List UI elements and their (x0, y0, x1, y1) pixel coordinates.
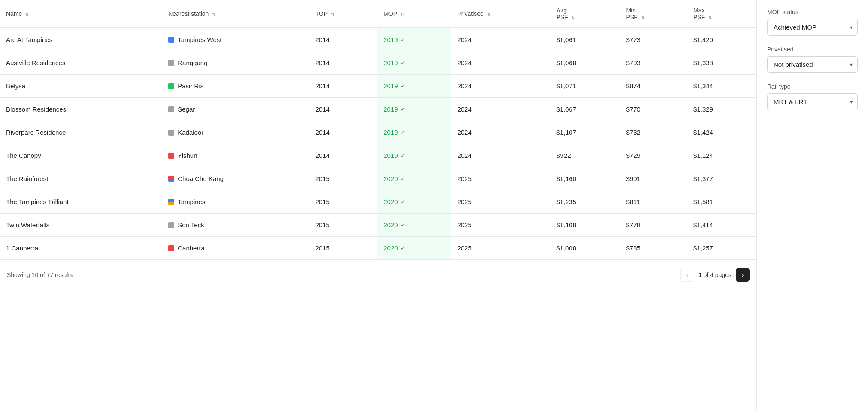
cell-max-psf: $1,581 (687, 190, 756, 214)
col-max-psf[interactable]: Max.PSF ⇅ (687, 0, 756, 28)
station-name: Segar (178, 106, 195, 113)
cell-name: The Rainforest (0, 167, 162, 190)
mop-value: 2020 ✓ (383, 244, 445, 252)
cell-min-psf: $729 (620, 144, 687, 167)
cell-station: Ranggung (162, 51, 309, 75)
cell-name: Austville Residences (0, 51, 162, 75)
cell-top: 2014 (309, 28, 377, 51)
rail-type-select-wrapper: MRT & LRT MRT only LRT only ▾ (767, 93, 858, 110)
sidebar-filters: MOP status Achieved MOP Not achieved ▾ P… (756, 0, 868, 410)
col-top[interactable]: TOP ⇅ (309, 0, 377, 28)
filter-rail-type: Rail type MRT & LRT MRT only LRT only ▾ (767, 83, 858, 110)
mop-value: 2019 ✓ (383, 59, 445, 66)
table-row: Twin WaterfallsSoo Teck20152020 ✓2025$1,… (0, 214, 756, 237)
col-avg-psf[interactable]: AvgPSF ⇅ (550, 0, 620, 28)
sort-top-icon: ⇅ (331, 12, 334, 17)
prev-page-button[interactable]: ‹ (680, 268, 694, 282)
mop-value: 2019 ✓ (383, 129, 445, 136)
mop-value: 2019 ✓ (383, 82, 445, 90)
mop-check-icon: ✓ (401, 152, 405, 159)
cell-top: 2015 (309, 214, 377, 237)
privatised-select[interactable]: Not privatised Privatised (767, 56, 858, 73)
showing-results: Showing 10 of 77 results (7, 271, 73, 278)
filter-mop-status: MOP status Achieved MOP Not achieved ▾ (767, 9, 858, 36)
mop-value: 2020 ✓ (383, 221, 445, 229)
cell-station: Tampines West (162, 28, 309, 51)
cell-station: Segar (162, 98, 309, 121)
sort-station-icon: ⇅ (212, 12, 215, 17)
cell-min-psf: $785 (620, 237, 687, 260)
station-line-dot (168, 106, 174, 112)
station-name: Yishun (178, 152, 197, 159)
cell-station: Choa Chu Kang (162, 167, 309, 190)
cell-privatised: 2024 (451, 51, 550, 75)
mop-value: 2019 ✓ (383, 152, 445, 159)
cell-privatised: 2025 (451, 214, 550, 237)
cell-avg-psf: $1,160 (550, 167, 620, 190)
mop-check-icon: ✓ (401, 36, 405, 43)
table-header-row: Name ⇅ Nearest station ⇅ TOP ⇅ MOP ⇅ Pri… (0, 0, 756, 28)
cell-avg-psf: $1,235 (550, 190, 620, 214)
mop-status-select[interactable]: Achieved MOP Not achieved (767, 19, 858, 36)
cell-avg-psf: $1,008 (550, 237, 620, 260)
mop-check-icon: ✓ (401, 199, 405, 205)
mop-value: 2020 ✓ (383, 198, 445, 205)
of-pages-text: of 4 pages (704, 271, 731, 278)
cell-mop: 2019 ✓ (377, 75, 451, 98)
rail-type-select[interactable]: MRT & LRT MRT only LRT only (767, 93, 858, 110)
cell-name: Belysa (0, 75, 162, 98)
station-line-dot (168, 222, 174, 228)
cell-top: 2014 (309, 75, 377, 98)
cell-mop: 2020 ✓ (377, 214, 451, 237)
col-mop[interactable]: MOP ⇅ (377, 0, 451, 28)
cell-top: 2014 (309, 51, 377, 75)
col-privatised[interactable]: Privatised ⇅ (451, 0, 550, 28)
cell-max-psf: $1,124 (687, 144, 756, 167)
table-row: BelysaPasir Ris20142019 ✓2024$1,071$874$… (0, 75, 756, 98)
sort-avg-psf-icon: ⇅ (571, 15, 575, 20)
cell-min-psf: $778 (620, 214, 687, 237)
cell-top: 2014 (309, 121, 377, 144)
cell-station: Kadaloor (162, 121, 309, 144)
cell-privatised: 2025 (451, 167, 550, 190)
cell-mop: 2020 ✓ (377, 190, 451, 214)
station-line-dot (168, 153, 174, 159)
cell-station: Yishun (162, 144, 309, 167)
col-name[interactable]: Name ⇅ (0, 0, 162, 28)
mop-value: 2019 ✓ (383, 36, 445, 43)
cell-station: Soo Teck (162, 214, 309, 237)
mop-check-icon: ✓ (401, 129, 405, 136)
page-container: Name ⇅ Nearest station ⇅ TOP ⇅ MOP ⇅ Pri… (0, 0, 868, 410)
cell-privatised: 2024 (451, 98, 550, 121)
cell-privatised: 2024 (451, 144, 550, 167)
cell-avg-psf: $1,107 (550, 121, 620, 144)
station-line-dot (168, 83, 174, 89)
table-row: Riverparc ResidenceKadaloor20142019 ✓202… (0, 121, 756, 144)
cell-top: 2015 (309, 237, 377, 260)
next-page-button[interactable]: › (736, 268, 750, 282)
privatised-label: Privatised (767, 46, 858, 53)
cell-name: Riverparc Residence (0, 121, 162, 144)
cell-min-psf: $732 (620, 121, 687, 144)
station-line-dot (168, 176, 174, 182)
privatised-select-wrapper: Not privatised Privatised ▾ (767, 56, 858, 73)
mop-check-icon: ✓ (401, 83, 405, 89)
sort-mop-icon: ⇅ (401, 12, 404, 17)
station-line-dot (168, 199, 174, 205)
mop-status-label: MOP status (767, 9, 858, 15)
page-info: 1 of 4 pages (698, 271, 731, 278)
cell-max-psf: $1,424 (687, 121, 756, 144)
cell-mop: 2019 ✓ (377, 144, 451, 167)
filter-privatised: Privatised Not privatised Privatised ▾ (767, 46, 858, 73)
station-line-dot (168, 60, 174, 66)
station-name: Tampines (178, 198, 205, 205)
cell-max-psf: $1,344 (687, 75, 756, 98)
col-min-psf[interactable]: Min.PSF ⇅ (620, 0, 687, 28)
mop-check-icon: ✓ (401, 245, 405, 251)
cell-name: Blossom Residences (0, 98, 162, 121)
sort-name-icon: ⇅ (25, 12, 29, 17)
cell-min-psf: $770 (620, 98, 687, 121)
cell-mop: 2019 ✓ (377, 121, 451, 144)
station-name: Kadaloor (178, 129, 203, 136)
col-station[interactable]: Nearest station ⇅ (162, 0, 309, 28)
